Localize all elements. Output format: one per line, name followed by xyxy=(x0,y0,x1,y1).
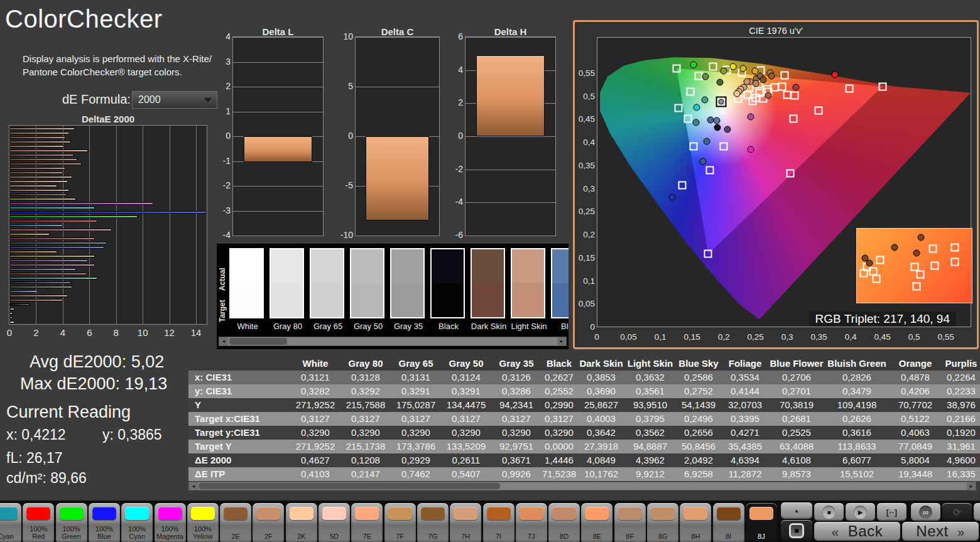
actual-half xyxy=(271,249,303,283)
swatch-strip-scrollbar[interactable]: ◄ ► xyxy=(219,337,567,346)
patch-button-7g[interactable]: 7G xyxy=(417,503,449,542)
patch-button-100magenta[interactable]: 100%Magenta xyxy=(155,503,186,542)
patch-button-2k[interactable]: 2K xyxy=(286,503,317,542)
refresh-button[interactable]: ⟳ xyxy=(942,503,972,521)
back-button[interactable]: « Back xyxy=(814,522,900,541)
measurement-marker xyxy=(693,119,700,126)
delta-c-chart: 1050-5-10 xyxy=(355,36,440,236)
patch-button-7j[interactable]: 7J xyxy=(516,503,547,542)
patch-button-2e[interactable]: 2E xyxy=(220,503,251,542)
stop-large-button[interactable]: ■ xyxy=(781,520,812,541)
subtitle-line-2: Pantone ColorChecker® target colors. xyxy=(23,67,182,77)
patch-color-swatch xyxy=(651,507,675,520)
swatch-scroll-thumb[interactable] xyxy=(229,338,287,345)
next-button[interactable]: Next » xyxy=(902,522,979,541)
patch-de-bar xyxy=(9,171,63,174)
actual-half xyxy=(552,249,569,283)
cie-y-tick-label: 0,35 xyxy=(575,161,595,170)
patch-button-8e[interactable]: 8E xyxy=(581,503,612,542)
collapse-toolbar-button[interactable]: ▲ xyxy=(781,502,812,519)
inset-target-marker xyxy=(931,262,939,270)
patch-button-7f[interactable]: 7F xyxy=(384,503,416,542)
target-half xyxy=(351,283,383,317)
delta-bar xyxy=(476,55,545,136)
inset-measurement-marker xyxy=(891,244,898,251)
de-formula-label: dE Formula: xyxy=(62,92,131,107)
patch-button-label: 8E xyxy=(581,533,612,541)
patch-button-100blue[interactable]: 100%Blue xyxy=(89,503,120,542)
table-cell: 0,3690 xyxy=(577,384,626,398)
patch-button-100yellow[interactable]: 100%Yellow xyxy=(187,503,219,542)
cie-1976-panel[interactable]: CIE 1976 u'v' 00,050,10,150,20,250,30,35… xyxy=(573,20,979,349)
stop-button[interactable]: ■ xyxy=(814,503,844,521)
row-label: y: CIE31 xyxy=(188,384,290,398)
table-cell: 0,2611 xyxy=(441,453,491,467)
cie-x-tick-label: 0 xyxy=(585,332,608,342)
patch-button-100red[interactable]: 100% Red xyxy=(23,503,54,542)
table-cell: 0,1208 xyxy=(340,453,391,467)
y-tick-label: 0 xyxy=(447,131,463,141)
table-row: x: CIE310,31210,31280,31310,31240,31260,… xyxy=(188,371,980,384)
table-cell: 0,2264 xyxy=(942,371,980,384)
scroll-right-icon[interactable]: ► xyxy=(967,482,976,490)
cie-x-tick-label: 0,45 xyxy=(871,332,894,342)
table-cell: 0,4206 xyxy=(888,384,942,398)
swatch-label: Blue xyxy=(549,322,569,331)
patch-button-label: 2K xyxy=(286,533,317,541)
delta-bar xyxy=(366,136,429,220)
cie-y-tick-label: 0,45 xyxy=(575,114,595,124)
patch-color-swatch xyxy=(0,507,18,520)
inset-target-marker xyxy=(873,275,881,283)
table-cell: 215,7588 xyxy=(340,398,391,412)
patch-button-8f[interactable]: 8F xyxy=(614,503,646,542)
patch-de-bar xyxy=(9,242,107,244)
stop-icon: ■ xyxy=(822,506,836,519)
inset-measurement-marker xyxy=(866,260,873,267)
patch-de-bar xyxy=(9,202,153,205)
patch-de-bar xyxy=(9,198,76,200)
patch-button-7i[interactable]: 7I xyxy=(483,503,514,542)
table-scrollbar[interactable]: ◄ ► xyxy=(188,482,976,491)
swatch-white xyxy=(229,248,264,318)
patch-button-8j[interactable]: 8J xyxy=(746,503,777,542)
patch-de-bar xyxy=(9,180,68,183)
patch-button-8h[interactable]: 8H xyxy=(680,503,711,542)
scroll-left-icon[interactable]: ◄ xyxy=(219,337,228,345)
table-cell: 0,3562 xyxy=(626,426,675,440)
table-cell: 0,2233 xyxy=(942,384,980,398)
patch-button-8g[interactable]: 8G xyxy=(647,503,678,542)
loop-button[interactable]: ∞ xyxy=(911,503,940,521)
measurement-marker xyxy=(831,72,838,79)
patch-button-100green[interactable]: 100%Green xyxy=(56,503,87,542)
table-cell: 0,3286 xyxy=(491,384,542,398)
patch-button-100cyan[interactable]: 100%Cyan xyxy=(121,503,153,542)
table-cell: 0,5407 xyxy=(441,467,491,481)
measurement-marker xyxy=(700,158,707,165)
column-header: Orange xyxy=(888,356,942,371)
patch-de-bar xyxy=(9,255,95,257)
patch-button-7e[interactable]: 7E xyxy=(351,503,383,542)
column-header: Gray 35 xyxy=(491,356,542,371)
scroll-left-icon[interactable]: ◄ xyxy=(189,482,198,490)
table-cell: 6,9258 xyxy=(675,467,722,481)
de-formula-dropdown[interactable]: 2000 xyxy=(132,91,217,109)
patch-button-5d[interactable]: 5D xyxy=(318,503,350,542)
scroll-right-icon[interactable]: ► xyxy=(557,337,566,345)
patch-color-swatch xyxy=(421,507,445,520)
table-cell: 0,2990 xyxy=(542,398,577,412)
patch-button-2f[interactable]: 2F xyxy=(253,503,284,542)
patch-button-8d[interactable]: 8D xyxy=(548,503,580,542)
cie-x-tick-label: 0,3 xyxy=(776,332,798,342)
table-scroll-thumb[interactable] xyxy=(199,483,500,489)
table-cell: 0,3282 xyxy=(290,384,340,398)
patch-color-swatch xyxy=(60,507,84,520)
patch-button-cyan[interactable]: Cyan xyxy=(0,503,21,542)
extra-transport-button[interactable] xyxy=(974,503,980,521)
patch-button-7h[interactable]: 7H xyxy=(450,503,481,542)
patch-de-bar xyxy=(9,233,50,236)
patch-de-bar xyxy=(9,237,95,240)
table-cell: 0,3561 xyxy=(626,384,675,398)
patch-button-8i[interactable]: 8I xyxy=(713,503,744,542)
pattern-window-button[interactable]: [··] xyxy=(877,503,906,521)
play-button[interactable]: ▶ xyxy=(846,503,875,521)
